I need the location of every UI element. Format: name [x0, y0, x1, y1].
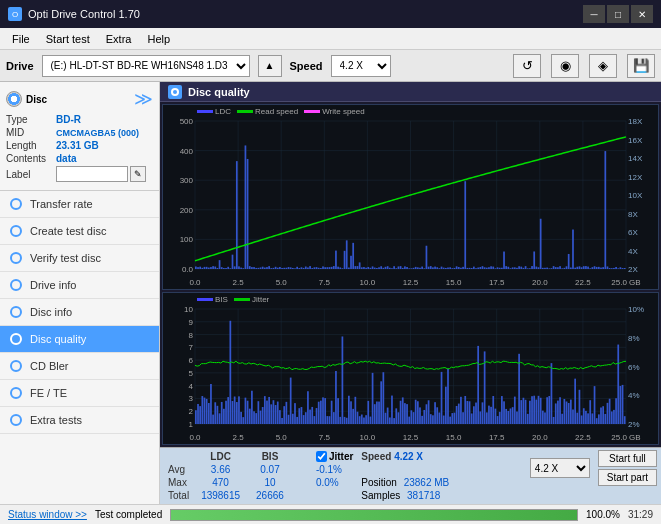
sidebar-item-extra-tests[interactable]: Extra tests	[0, 407, 159, 434]
sidebar: Disc ≫ Type BD-R MID CMCMAGBA5 (000) Len…	[0, 82, 160, 504]
speed-select[interactable]: 4.2 X	[331, 55, 391, 77]
disc-section-label: Disc	[26, 94, 47, 105]
legend-jitter: Jitter	[234, 295, 269, 304]
test-buttons: Start full Start part	[598, 450, 657, 486]
disc-length-value: 23.31 GB	[56, 140, 99, 151]
row-total-label: Total	[164, 489, 193, 502]
sidebar-item-disc-info[interactable]: Disc info	[0, 299, 159, 326]
drive-select[interactable]: (E:) HL-DT-ST BD-RE WH16NS48 1.D3	[42, 55, 250, 77]
legend-read-speed: Read speed	[237, 107, 298, 116]
bottom-data-panel: LDC BIS Jitter Speed 4.22 X Avg	[160, 447, 661, 504]
nav-label-drive-info: Drive info	[30, 279, 76, 291]
bottom-chart-container: BIS Jitter	[162, 292, 659, 445]
row-max-bis: 10	[248, 476, 292, 489]
menu-extra[interactable]: Extra	[98, 31, 140, 47]
disc-quality-title: Disc quality	[188, 86, 250, 98]
drivebar: Drive (E:) HL-DT-ST BD-RE WH16NS48 1.D3 …	[0, 50, 661, 82]
row-total-ldc: 1398615	[193, 489, 248, 502]
speed-select-bottom[interactable]: 4.2 X	[530, 458, 590, 478]
row-avg-bis: 0.07	[248, 463, 292, 476]
sidebar-item-create-test-disc[interactable]: Create test disc	[0, 218, 159, 245]
main-area: Disc ≫ Type BD-R MID CMCMAGBA5 (000) Len…	[0, 82, 661, 504]
nav-label-create-test-disc: Create test disc	[30, 225, 106, 237]
status-time: 31:29	[628, 509, 653, 520]
menu-start-test[interactable]: Start test	[38, 31, 98, 47]
disc-contents-label: Contents	[6, 153, 56, 164]
eject-button[interactable]: ▲	[258, 55, 282, 77]
disc-quality-header-icon	[168, 85, 182, 99]
stats-table: LDC BIS Jitter Speed 4.22 X Avg	[164, 450, 453, 502]
start-full-button[interactable]: Start full	[598, 450, 657, 467]
top-chart-container: LDC Read speed Write speed	[162, 104, 659, 290]
bottom-chart-canvas	[163, 293, 658, 444]
minimize-button[interactable]: ─	[583, 5, 605, 23]
drive-info-icon	[8, 277, 24, 293]
sidebar-item-fe-te[interactable]: FE / TE	[0, 380, 159, 407]
bottom-legend: BIS Jitter	[193, 294, 273, 305]
legend-write-speed: Write speed	[304, 107, 365, 116]
transfer-rate-icon	[8, 196, 24, 212]
action-btn-3[interactable]: ◈	[589, 54, 617, 78]
disc-contents-row: Contents data	[6, 153, 153, 164]
status-text: Test completed	[95, 509, 162, 520]
start-part-button[interactable]: Start part	[598, 469, 657, 486]
disc-contents-value: data	[56, 153, 77, 164]
cd-bler-icon	[8, 358, 24, 374]
menu-help[interactable]: Help	[139, 31, 178, 47]
legend-ldc: LDC	[197, 107, 231, 116]
sidebar-item-cd-bler[interactable]: CD Bler	[0, 353, 159, 380]
charts-area: LDC Read speed Write speed	[160, 102, 661, 447]
disc-mid-row: MID CMCMAGBA5 (000)	[6, 127, 153, 138]
nav-label-transfer-rate: Transfer rate	[30, 198, 93, 210]
app-title: Opti Drive Control 1.70	[28, 8, 140, 20]
content-area: Disc quality LDC Read speed	[160, 82, 661, 504]
disc-icon	[6, 91, 22, 107]
samples-label: Samples	[361, 490, 400, 501]
nav-label-fe-te: FE / TE	[30, 387, 67, 399]
col-bis: BIS	[248, 450, 292, 463]
disc-type-row: Type BD-R	[6, 114, 153, 125]
disc-mid-value: CMCMAGBA5 (000)	[56, 128, 139, 138]
titlebar: O Opti Drive Control 1.70 ─ □ ✕	[0, 0, 661, 28]
progress-bar-fill	[171, 510, 577, 520]
row-max-label: Max	[164, 476, 193, 489]
progress-bar	[170, 509, 578, 521]
disc-quality-header: Disc quality	[160, 82, 661, 102]
nav-label-cd-bler: CD Bler	[30, 360, 69, 372]
nav-label-disc-quality: Disc quality	[30, 333, 86, 345]
titlebar-left: O Opti Drive Control 1.70	[8, 7, 140, 21]
sidebar-item-drive-info[interactable]: Drive info	[0, 272, 159, 299]
nav-label-extra-tests: Extra tests	[30, 414, 82, 426]
speed-label: Speed	[290, 60, 323, 72]
sidebar-item-verify-test-disc[interactable]: Verify test disc	[0, 245, 159, 272]
status-percent: 100.0%	[586, 509, 620, 520]
samples-value: 381718	[407, 490, 440, 501]
sidebar-item-transfer-rate[interactable]: Transfer rate	[0, 191, 159, 218]
jitter-checkbox[interactable]	[316, 451, 327, 462]
disc-panel-header: Disc ≫	[6, 88, 153, 110]
row-total-bis: 26666	[248, 489, 292, 502]
disc-length-row: Length 23.31 GB	[6, 140, 153, 151]
disc-panel: Disc ≫ Type BD-R MID CMCMAGBA5 (000) Len…	[0, 82, 159, 191]
verify-test-disc-icon	[8, 250, 24, 266]
status-window-button[interactable]: Status window >>	[8, 509, 87, 520]
sidebar-item-disc-quality[interactable]: Disc quality	[0, 326, 159, 353]
menu-file[interactable]: File	[4, 31, 38, 47]
menubar: File Start test Extra Help	[0, 28, 661, 50]
disc-label-input[interactable]	[56, 166, 128, 182]
position-label: Position	[361, 477, 397, 488]
action-btn-1[interactable]: ↺	[513, 54, 541, 78]
disc-length-label: Length	[6, 140, 56, 151]
action-btn-4[interactable]: 💾	[627, 54, 655, 78]
row-max-jitter: 0.0%	[312, 476, 357, 489]
close-button[interactable]: ✕	[631, 5, 653, 23]
drive-label: Drive	[6, 60, 34, 72]
create-test-disc-icon	[8, 223, 24, 239]
disc-expand-icon[interactable]: ≫	[134, 88, 153, 110]
right-controls: 4.2 X Start full Start part	[530, 450, 657, 486]
disc-label-button[interactable]: ✎	[130, 166, 146, 182]
disc-mid-label: MID	[6, 127, 56, 138]
action-btn-2[interactable]: ◉	[551, 54, 579, 78]
disc-icon-area: Disc	[6, 91, 47, 107]
maximize-button[interactable]: □	[607, 5, 629, 23]
